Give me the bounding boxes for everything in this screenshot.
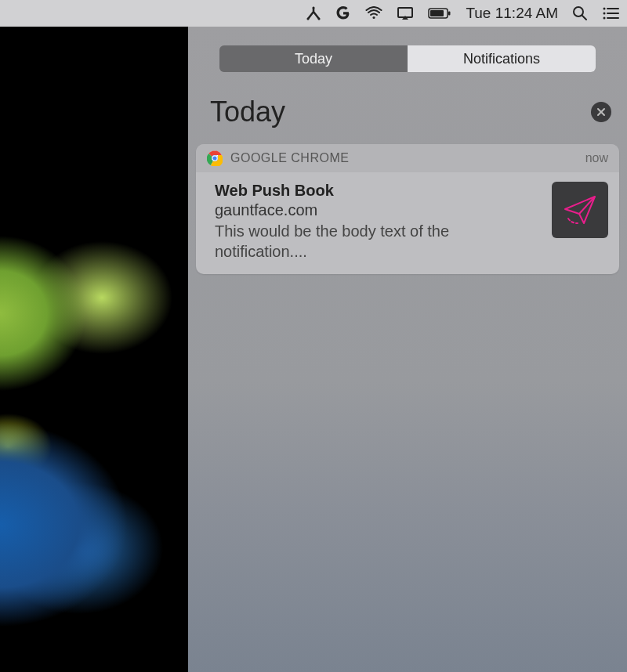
- notification-text: This would be the body text of the notif…: [215, 221, 541, 262]
- notification-card[interactable]: GOOGLE CHROME now Web Push Book gauntfac…: [196, 144, 619, 274]
- notification-header: GOOGLE CHROME now: [196, 144, 619, 172]
- notification-image: [552, 182, 608, 238]
- menubar: Tue 11:24 AM: [0, 0, 627, 27]
- clear-button[interactable]: [591, 102, 611, 122]
- notification-title: Web Push Book: [215, 182, 541, 200]
- menubar-app-icon[interactable]: [306, 6, 321, 20]
- svg-point-0: [307, 18, 310, 20]
- menubar-datetime[interactable]: Tue 11:24 AM: [466, 5, 558, 22]
- close-icon: [596, 107, 606, 117]
- notification-body: Web Push Book gauntface.com This would b…: [196, 172, 619, 274]
- svg-point-9: [603, 8, 606, 10]
- desktop-wallpaper: [0, 0, 188, 672]
- svg-point-13: [603, 17, 606, 20]
- nc-section-title: Today: [210, 96, 285, 128]
- svg-rect-6: [448, 12, 451, 16]
- spotlight-icon[interactable]: [572, 5, 588, 21]
- airplay-icon[interactable]: [397, 6, 414, 20]
- notification-center-panel: Today Notifications Today GOOGLE CHROME …: [188, 27, 627, 672]
- svg-point-19: [212, 156, 217, 161]
- svg-point-1: [318, 18, 321, 20]
- svg-rect-5: [430, 10, 444, 16]
- battery-icon[interactable]: [428, 7, 451, 20]
- svg-line-8: [582, 16, 586, 20]
- chrome-icon: [207, 150, 223, 166]
- nc-tabs: Today Notifications: [219, 45, 596, 72]
- wifi-icon[interactable]: [365, 6, 382, 20]
- svg-point-2: [313, 7, 315, 9]
- nc-header: Today: [188, 72, 627, 139]
- svg-point-11: [603, 13, 606, 15]
- notification-timestamp: now: [585, 151, 608, 165]
- menubar-google-icon[interactable]: [335, 5, 351, 21]
- notification-center-icon[interactable]: [602, 6, 619, 20]
- tab-today[interactable]: Today: [219, 45, 408, 72]
- notification-domain: gauntface.com: [215, 201, 541, 219]
- svg-point-7: [574, 7, 583, 16]
- notification-app-name: GOOGLE CHROME: [230, 151, 585, 165]
- paper-plane-icon: [560, 190, 600, 229]
- tab-notifications[interactable]: Notifications: [408, 45, 596, 72]
